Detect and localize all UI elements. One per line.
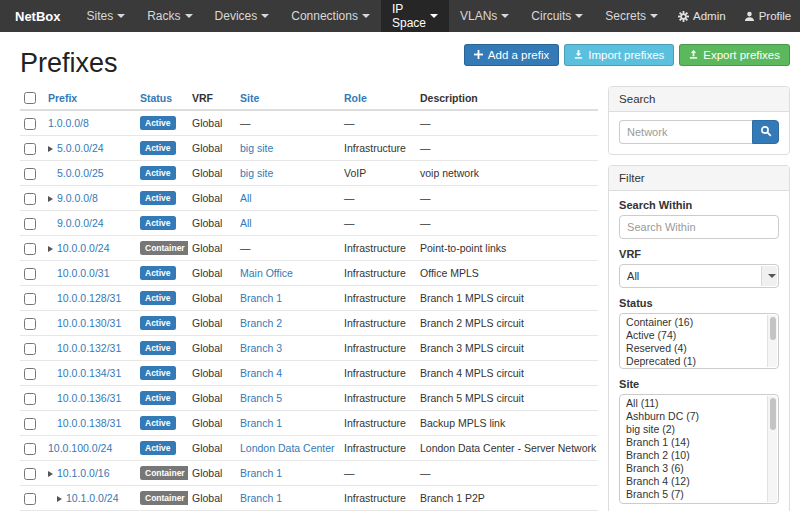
multiselect-option[interactable]: All (11) xyxy=(626,397,764,410)
prefix-link[interactable]: 10.0.0.0/31 xyxy=(57,267,110,279)
prefix-link[interactable]: 10.0.0.128/31 xyxy=(57,292,121,304)
multiselect-option[interactable]: Deprecated (1) xyxy=(626,355,764,368)
vrf-value: Global xyxy=(192,142,222,154)
nav-item-label: Sites xyxy=(87,9,114,23)
nav-item-admin[interactable]: Admin xyxy=(669,0,735,32)
column-header-prefix[interactable]: Prefix xyxy=(44,86,136,110)
site-link[interactable]: Branch 1 xyxy=(240,417,282,429)
prefix-link[interactable]: 10.0.0.132/31 xyxy=(57,342,121,354)
search-panel: Search xyxy=(608,86,790,155)
nav-item-label: Connections xyxy=(291,9,358,23)
multiselect-option[interactable]: Container (16) xyxy=(626,316,764,329)
row-checkbox[interactable] xyxy=(24,368,36,380)
nav-item-label: Profile xyxy=(759,10,792,22)
nav-item-devices[interactable]: Devices xyxy=(204,0,281,32)
brand-logo[interactable]: NetBox xyxy=(0,0,76,32)
scrollbar-thumb[interactable] xyxy=(770,398,776,430)
prefix-link[interactable]: 10.0.0.0/24 xyxy=(57,242,110,254)
row-checkbox[interactable] xyxy=(24,493,36,505)
prefix-link[interactable]: 10.0.0.136/31 xyxy=(57,392,121,404)
nav-item-profile[interactable]: Profile xyxy=(735,0,800,32)
vrf-value: Global xyxy=(192,267,222,279)
prefix-link[interactable]: 10.0.0.138/31 xyxy=(57,417,121,429)
prefix-link[interactable]: 10.1.0.0/24 xyxy=(66,492,119,504)
multiselect-option[interactable]: Branch 5 (7) xyxy=(626,488,764,501)
multiselect-option[interactable]: big site (2) xyxy=(626,423,764,436)
select-all-checkbox[interactable] xyxy=(24,92,36,104)
scrollbar[interactable] xyxy=(767,315,777,367)
multiselect-option[interactable]: Branch 3 (6) xyxy=(626,462,764,475)
row-checkbox[interactable] xyxy=(24,443,36,455)
vrf-value: Global xyxy=(192,167,222,179)
nav-item-racks[interactable]: Racks xyxy=(136,0,203,32)
site-link[interactable]: big site xyxy=(240,142,273,154)
site-link[interactable]: Main Office xyxy=(240,267,293,279)
multiselect-option[interactable]: Reserved (4) xyxy=(626,342,764,355)
prefix-link[interactable]: 5.0.0.0/24 xyxy=(57,142,104,154)
prefix-link[interactable]: 5.0.0.0/25 xyxy=(57,167,104,179)
row-checkbox[interactable] xyxy=(24,168,36,180)
description-value: Branch 3 MPLS circuit xyxy=(420,342,524,354)
select-dropdown-button[interactable] xyxy=(761,266,777,286)
row-checkbox[interactable] xyxy=(24,268,36,280)
export-prefixes-button[interactable]: Export prefixes xyxy=(679,44,790,66)
site-link[interactable]: All xyxy=(240,192,252,204)
site-link[interactable]: Branch 1 xyxy=(240,467,282,479)
row-checkbox[interactable] xyxy=(24,393,36,405)
nav-item-sites[interactable]: Sites xyxy=(76,0,137,32)
nav-item-connections[interactable]: Connections xyxy=(280,0,381,32)
nav-item-ip-space[interactable]: IP Space xyxy=(381,0,449,32)
prefix-link[interactable]: 10.0.0.130/31 xyxy=(57,317,121,329)
site-link[interactable]: Branch 1 xyxy=(240,292,282,304)
site-link[interactable]: Branch 4 xyxy=(240,367,282,379)
multiselect-option[interactable]: Active (74) xyxy=(626,329,764,342)
row-checkbox[interactable] xyxy=(24,418,36,430)
expand-caret-icon xyxy=(57,496,62,502)
site-link[interactable]: Branch 1 xyxy=(240,492,282,504)
prefix-link[interactable]: 9.0.0.0/8 xyxy=(57,192,98,204)
column-header-status[interactable]: Status xyxy=(136,86,188,110)
scrollbar[interactable] xyxy=(767,396,777,502)
prefix-link[interactable]: 9.0.0.0/24 xyxy=(57,217,104,229)
nav-item-secrets[interactable]: Secrets xyxy=(594,0,669,32)
status-badge: Container xyxy=(140,491,188,505)
column-header-site[interactable]: Site xyxy=(236,86,340,110)
site-link[interactable]: Branch 3 xyxy=(240,342,282,354)
import-prefixes-button[interactable]: Import prefixes xyxy=(564,44,674,66)
site-link[interactable]: Branch 2 xyxy=(240,317,282,329)
site-link[interactable]: Branch 5 xyxy=(240,392,282,404)
multiselect-option[interactable]: Branch 4 (12) xyxy=(626,475,764,488)
add-a-prefix-button[interactable]: Add a prefix xyxy=(464,44,559,66)
site-link[interactable]: big site xyxy=(240,167,273,179)
row-checkbox[interactable] xyxy=(24,293,36,305)
vrf-value: Global xyxy=(192,392,222,404)
row-checkbox[interactable] xyxy=(24,468,36,480)
multiselect-option[interactable]: Branch 1 (14) xyxy=(626,436,764,449)
search-button[interactable] xyxy=(752,120,779,144)
prefix-table-header-row: PrefixStatusVRFSiteRoleDescription xyxy=(20,86,598,110)
column-header-role[interactable]: Role xyxy=(340,86,416,110)
multiselect-option[interactable]: Ashburn DC (7) xyxy=(626,410,764,423)
export-icon xyxy=(689,49,698,61)
row-checkbox[interactable] xyxy=(24,218,36,230)
filter-input-search-within[interactable] xyxy=(619,215,779,239)
prefix-link[interactable]: 10.0.100.0/24 xyxy=(48,442,112,454)
filter-select-vrf[interactable]: All xyxy=(619,264,779,288)
multiselect-option[interactable]: Branch 2 (10) xyxy=(626,449,764,462)
prefix-link[interactable]: 1.0.0.0/8 xyxy=(48,117,89,129)
site-link[interactable]: London Data Center xyxy=(240,442,335,454)
row-checkbox[interactable] xyxy=(24,343,36,355)
scrollbar-thumb[interactable] xyxy=(770,317,776,340)
row-checkbox[interactable] xyxy=(24,193,36,205)
row-checkbox[interactable] xyxy=(24,243,36,255)
site-link[interactable]: All xyxy=(240,217,252,229)
nav-item-vlans[interactable]: VLANs xyxy=(449,0,520,32)
row-checkbox[interactable] xyxy=(24,118,36,130)
row-checkbox[interactable] xyxy=(24,318,36,330)
multiselect-option[interactable]: COLO-1 24 (0) xyxy=(626,501,764,504)
row-checkbox[interactable] xyxy=(24,143,36,155)
nav-item-circuits[interactable]: Circuits xyxy=(520,0,594,32)
search-input[interactable] xyxy=(619,120,752,144)
prefix-link[interactable]: 10.0.0.134/31 xyxy=(57,367,121,379)
prefix-link[interactable]: 10.1.0.0/16 xyxy=(57,467,110,479)
